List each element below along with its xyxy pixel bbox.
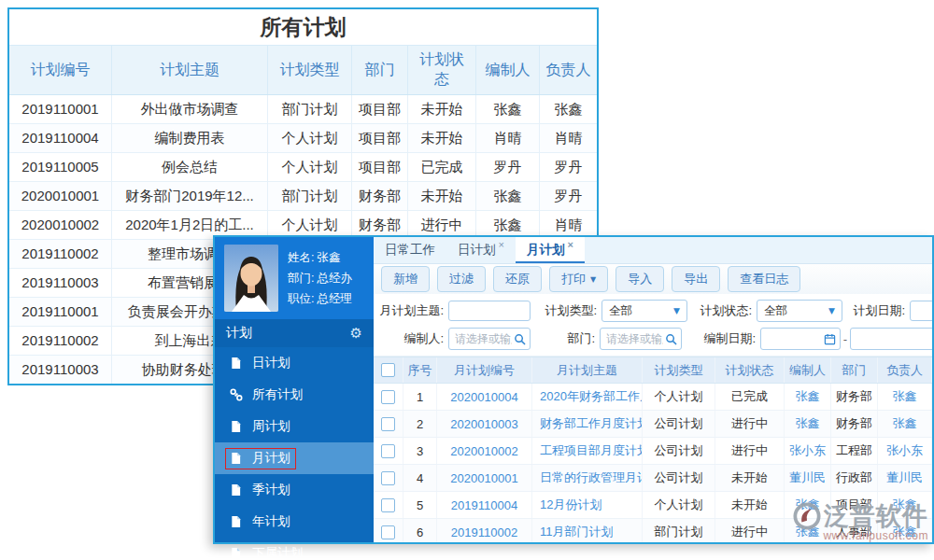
owner-link[interactable]: 张鑫	[893, 524, 917, 540]
dept-cell: 财务部	[831, 384, 878, 410]
owner-link[interactable]: 张鑫	[893, 388, 917, 405]
row-checkbox[interactable]	[381, 498, 395, 512]
plan-subject-cell: 11月部门计划	[532, 519, 643, 542]
owner-link[interactable]: 张鑫	[893, 415, 917, 432]
plan-subject-link[interactable]: 日常的行政管理月计划	[540, 469, 643, 486]
subject-label: 月计划主题:	[374, 302, 448, 319]
subject-input[interactable]	[448, 301, 531, 321]
add-button[interactable]: 新增	[381, 266, 430, 292]
bg-table-cell: 项目部	[352, 153, 408, 181]
plan-subject-link[interactable]: 2020年财务部工作月...	[540, 388, 643, 405]
compiler-link[interactable]: 董川民	[789, 469, 826, 486]
plan-column-header: 编制人	[785, 357, 831, 383]
bg-table-cell: 个人计划	[268, 153, 352, 181]
plan-code-cell: 2019110004	[437, 492, 532, 518]
owner-link[interactable]: 董川民	[886, 469, 923, 486]
main-content: 日常工作日计划×月计划× 新增过滤还原打印▼导入导出查看日志 月计划主题: 计划…	[374, 237, 932, 542]
plan-type-cell: 个人计划	[643, 492, 715, 518]
filter-button[interactable]: 过滤	[437, 266, 486, 292]
plan-code-cell: 2020010004	[437, 384, 532, 410]
row-checkbox[interactable]	[381, 417, 395, 431]
owner-cell: 董川民	[878, 465, 932, 491]
sidebar-item-day-plan[interactable]: 日计划	[215, 347, 374, 379]
plan-code-link[interactable]: 2020010004	[450, 390, 517, 404]
sidebar-item-all-plans[interactable]: 所有计划	[215, 379, 374, 411]
compiler-link[interactable]: 张鑫	[796, 497, 820, 513]
close-icon[interactable]: ×	[499, 238, 504, 263]
sidebar-item-month-plan[interactable]: 月计划	[215, 442, 374, 474]
plan-code-link[interactable]: 2019110002	[451, 525, 517, 539]
tab-daily-work[interactable]: 日常工作	[374, 237, 446, 263]
plan-status-cell: 已完成	[715, 384, 785, 410]
plan-code-link[interactable]: 2020010001	[450, 471, 517, 485]
row-checkbox[interactable]	[381, 525, 395, 539]
owner-link[interactable]: 张鑫	[893, 497, 917, 513]
plan-status-value: 全部	[764, 303, 787, 319]
filter-row-1: 月计划主题: 计划类型: 全部 ▼ 计划状态: 全部 ▼ 计划日期:	[374, 297, 932, 325]
table-row: 22020010003财务部工作月度计划公司计划进行中张鑫财务部张鑫	[374, 411, 932, 438]
plan-subject-link[interactable]: 12月份计划	[540, 497, 601, 513]
compile-date-end-input[interactable]	[855, 331, 932, 346]
plan-type-value: 全部	[609, 303, 632, 319]
compiler-link[interactable]: 张鑫	[796, 415, 820, 432]
row-checkbox[interactable]	[381, 471, 395, 485]
plan-code-link[interactable]: 2020010003	[450, 417, 517, 431]
sidebar-header: 计划 ⚙	[215, 319, 374, 347]
compiler-cell: 张鑫	[785, 411, 831, 437]
plan-subject-cell: 日常的行政管理月计划	[532, 465, 643, 491]
compiler-link[interactable]: 张鑫	[796, 388, 820, 405]
bg-table-cell: 2020010002	[9, 211, 112, 239]
chevron-down-icon: ▼	[828, 306, 835, 315]
dept-input[interactable]	[604, 331, 665, 346]
compile-date-start-input[interactable]	[765, 331, 824, 346]
tab-month-plan[interactable]: 月计划×	[516, 237, 585, 263]
sidebar-item-quarter-plan[interactable]: 季计划	[215, 474, 374, 506]
plan-column-header: 月计划主题	[532, 357, 643, 383]
export-button[interactable]: 导出	[672, 266, 720, 292]
plan-status-select[interactable]: 全部 ▼	[757, 300, 842, 322]
plan-type-select[interactable]: 全部 ▼	[601, 300, 687, 322]
tab-label: 日计划	[458, 237, 496, 263]
bg-table-row: 2019110004编制费用表个人计划项目部未开始肖晴肖晴	[9, 124, 597, 153]
row-checkbox[interactable]	[381, 390, 395, 404]
plan-status-cell: 未开始	[715, 465, 785, 491]
search-icon[interactable]	[665, 333, 677, 345]
sidebar-header-label: 计划	[226, 325, 252, 342]
compiler-link[interactable]: 张鑫	[796, 524, 820, 540]
compiler-link[interactable]: 张小东	[789, 442, 826, 459]
search-icon[interactable]	[514, 333, 526, 345]
compiler-input[interactable]	[453, 331, 514, 346]
plan-subject-link[interactable]: 工程项目部月度计划	[540, 442, 643, 459]
close-icon[interactable]: ×	[567, 238, 573, 261]
owner-cell: 张鑫	[878, 492, 932, 518]
plan-date-input[interactable]	[910, 301, 932, 321]
sidebar-item-subordinate-plan[interactable]: 下属计划	[215, 538, 374, 560]
select-all-checkbox[interactable]	[381, 363, 395, 377]
plan-subject-link[interactable]: 财务部工作月度计划	[540, 415, 643, 432]
toolbar: 新增过滤还原打印▼导入导出查看日志	[374, 264, 932, 294]
owner-cell: 张小东	[878, 438, 932, 464]
gear-icon[interactable]: ⚙	[350, 325, 362, 342]
plan-status-cell: 进行中	[715, 519, 785, 542]
owner-link[interactable]: 张小东	[886, 442, 923, 459]
import-button[interactable]: 导入	[616, 266, 664, 292]
button-label: 导出	[684, 271, 708, 287]
plan-code-link[interactable]: 2019110004	[451, 498, 517, 512]
sidebar-item-week-plan[interactable]: 周计划	[215, 411, 374, 442]
bg-table-cell: 张鑫	[540, 95, 597, 123]
print-button[interactable]: 打印▼	[549, 266, 608, 292]
sidebar-item-year-plan[interactable]: 年计划	[215, 506, 374, 538]
plan-status-cell: 进行中	[715, 438, 785, 464]
view-log-button[interactable]: 查看日志	[728, 266, 800, 292]
button-label: 打印	[561, 271, 586, 287]
row-checkbox[interactable]	[381, 444, 395, 458]
calendar-icon[interactable]	[824, 333, 836, 345]
tab-day-plan[interactable]: 日计划×	[446, 237, 516, 263]
row-checkbox-cell	[374, 384, 403, 410]
user-info-card: 姓名:张鑫 部门:总经办 职位:总经理	[215, 237, 374, 319]
tab-label: 月计划	[527, 237, 565, 261]
plan-subject-link[interactable]: 11月部门计划	[540, 524, 614, 540]
restore-button[interactable]: 还原	[493, 266, 542, 292]
sidebar-item-label: 下属计划	[252, 545, 303, 560]
plan-code-link[interactable]: 2020010002	[450, 444, 517, 458]
